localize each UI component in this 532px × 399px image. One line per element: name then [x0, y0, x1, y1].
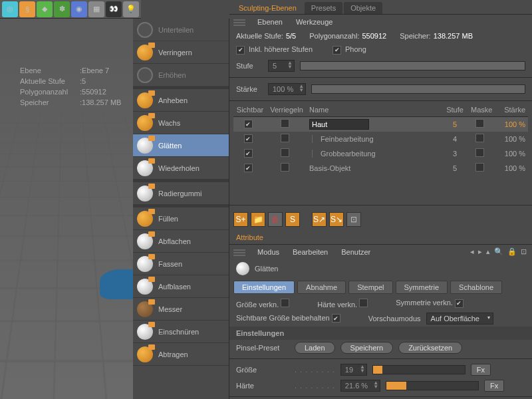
layer-name-input[interactable] [309, 119, 369, 130]
layer-action2-icon[interactable]: S↗ [312, 212, 327, 227]
tool-light-icon[interactable]: 💡 [123, 1, 139, 17]
attrtab-stencil[interactable]: Schablone [450, 281, 502, 294]
tool-camera-icon[interactable]: ◉ [71, 1, 87, 17]
palette-pinch[interactable]: Einschnüren [133, 321, 229, 343]
palette-increase[interactable]: Erhöhen [133, 64, 229, 86]
layer-row[interactable]: Grobbearbeitung 3 100 % [233, 146, 528, 161]
tab-objects[interactable]: Objekte [344, 2, 382, 14]
layer-action4-icon[interactable]: ⊡ [346, 212, 361, 227]
reset-button[interactable]: Zurücksetzen [398, 342, 462, 354]
tab-presets[interactable]: Presets [305, 2, 342, 14]
palette-flatten[interactable]: Abflachen [133, 230, 229, 253]
attr-user-menu[interactable]: Benutzer [334, 247, 377, 257]
layer-mask-checkbox[interactable] [475, 163, 484, 172]
col-name[interactable]: Name [307, 104, 442, 115]
attrtab-settings[interactable]: Einstellungen [233, 281, 295, 294]
layer-action3-icon[interactable]: S↘ [329, 212, 344, 227]
attrtab-stamp[interactable]: Stempel [348, 281, 392, 294]
palette-scrape[interactable]: Abtragen [133, 343, 229, 366]
add-folder-icon[interactable]: 📁 [251, 212, 265, 227]
tool-floor-icon[interactable]: ▦ [88, 1, 104, 17]
grip-icon[interactable] [233, 18, 245, 26]
palette-subdivide[interactable]: Unterteilen [133, 19, 229, 41]
delete-layer-icon[interactable]: 🗑 [268, 212, 283, 227]
menu-icon[interactable]: ⊡ [521, 247, 527, 256]
palette-decrease[interactable]: Verringern [133, 41, 229, 64]
size-fx-button[interactable]: Fx [471, 364, 491, 376]
attrtab-falloff[interactable]: Abnahme [297, 281, 346, 294]
level-slider[interactable] [300, 61, 525, 70]
layer-lock-checkbox[interactable] [281, 119, 289, 128]
col-lock[interactable]: Verriegeln [267, 104, 307, 115]
layer-row[interactable]: Basis-Objekt 5 100 % [233, 161, 528, 176]
strength-label: Stärke [236, 85, 263, 93]
layer-visible-checkbox[interactable] [244, 149, 253, 158]
size-slider[interactable] [372, 365, 466, 374]
attrtab-symmetry[interactable]: Symmetrie [396, 281, 448, 294]
subtab-layers[interactable]: Ebenen [251, 17, 289, 27]
palette-smooth[interactable]: Glätten [133, 134, 229, 157]
tool-particles-icon[interactable]: ✽ [54, 1, 70, 17]
repeat-icon [137, 160, 153, 176]
palette-pull[interactable]: Anheben [133, 89, 229, 112]
link-hardness-check[interactable]: Härte verkn. [317, 299, 372, 309]
viewport-3d[interactable]: Ebene: Ebene 7 Aktuelle Stufe: 5 Polygon… [0, 19, 133, 399]
hardness-slider[interactable] [386, 381, 479, 390]
tool-eyes-icon[interactable]: 👀 [106, 1, 122, 17]
palette-eraser[interactable]: Radiergummi [133, 182, 229, 205]
layer-row[interactable]: Feinbearbeitung 4 100 % [233, 132, 528, 146]
tool-spline-icon[interactable]: § [19, 1, 35, 17]
decrease-icon [137, 45, 153, 61]
layer-visible-checkbox[interactable] [244, 134, 253, 143]
nav-up-icon[interactable]: ▴ [486, 247, 490, 256]
subtab-tools[interactable]: Werkzeuge [289, 17, 339, 27]
tab-sculpting-layers[interactable]: Sculpting-Ebenen [232, 2, 303, 14]
keep-visible-size-check[interactable]: Sichtbare Größe beibehalten [236, 314, 344, 323]
palette-knife[interactable]: Messer [133, 298, 229, 321]
layer-mask-checkbox[interactable] [475, 148, 484, 157]
link-symmetry-check[interactable]: Symmetrie verkn. [396, 299, 467, 308]
check-phong[interactable]: Phong [332, 45, 366, 55]
load-button[interactable]: Laden [295, 342, 335, 354]
nav-back-icon[interactable]: ◂ [470, 247, 474, 256]
tool-cube-icon[interactable]: ◎ [2, 1, 18, 17]
nav-fwd-icon[interactable]: ▸ [478, 247, 482, 256]
layer-row[interactable]: 5 100 % [233, 117, 528, 132]
col-strength[interactable]: Stärke [495, 104, 528, 115]
palette-repeat[interactable]: Wiederholen [133, 157, 229, 180]
attr-edit-menu[interactable]: Bearbeiten [286, 247, 334, 257]
palette-inflate[interactable]: Aufblasen [133, 275, 229, 298]
palette-wax[interactable]: Wachs [133, 112, 229, 134]
size-field[interactable]: 19▲▼ [340, 364, 367, 376]
tool-deform-icon[interactable]: ◆ [37, 1, 53, 17]
layer-visible-checkbox[interactable] [244, 120, 253, 128]
col-visible[interactable]: Sichtbar [233, 104, 267, 115]
col-mask[interactable]: Maske [468, 104, 495, 115]
check-incl-higher[interactable]: Inkl. höherer Stufen [236, 45, 313, 55]
layer-action1-icon[interactable]: S [285, 212, 300, 227]
level-field[interactable]: 5▲▼ [268, 60, 295, 72]
strength-slider[interactable] [311, 84, 525, 94]
hardness-field[interactable]: 21.6 %▲▼ [340, 380, 380, 392]
attr-mode-menu[interactable]: Modus [251, 247, 286, 257]
add-layer-icon[interactable]: S+ [233, 212, 248, 227]
save-button[interactable]: Speichern [340, 342, 394, 354]
layer-lock-checkbox[interactable] [281, 148, 289, 157]
strength-field[interactable]: 100 %▲▼ [268, 83, 306, 95]
layer-mask-checkbox[interactable] [475, 134, 484, 142]
layer-lock-checkbox[interactable] [281, 163, 289, 172]
preview-mode-dropdown[interactable]: Auf Oberfläche [426, 313, 493, 325]
col-level[interactable]: Stufe [442, 104, 468, 115]
sub-tabs: Ebenen Werkzeuge [229, 15, 532, 29]
hardness-fx-button[interactable]: Fx [484, 380, 504, 392]
layer-visible-checkbox[interactable] [244, 164, 253, 172]
palette-fill[interactable]: Füllen [133, 207, 229, 230]
grip-icon[interactable] [233, 248, 245, 256]
layer-mask-checkbox[interactable] [475, 119, 484, 128]
wax-icon [137, 115, 153, 131]
search-icon[interactable]: 🔍 [494, 247, 503, 256]
lock-icon[interactable]: 🔒 [507, 247, 517, 256]
link-size-check[interactable]: Größe verkn. [236, 299, 293, 309]
palette-grab[interactable]: Fassen [133, 253, 229, 275]
layer-lock-checkbox[interactable] [281, 134, 289, 142]
